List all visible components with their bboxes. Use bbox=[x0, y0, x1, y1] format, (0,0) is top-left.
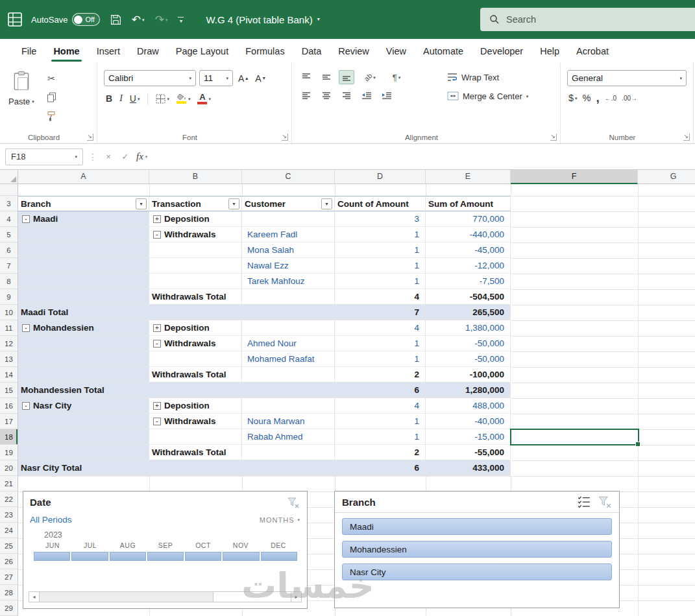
pivot-cell-C9[interactable] bbox=[242, 289, 335, 305]
ribbon-tab-insert[interactable]: Insert bbox=[88, 39, 128, 63]
pivot-cell-E17[interactable]: -40,000 bbox=[426, 414, 511, 429]
pivot-cell-B10[interactable] bbox=[149, 305, 242, 320]
pivot-cell-E19[interactable]: -55,000 bbox=[426, 445, 511, 460]
ribbon-tab-file[interactable]: File bbox=[13, 39, 45, 63]
decrease-font-size-button[interactable]: A▾ bbox=[253, 71, 267, 86]
pivot-cell-D5[interactable]: 1 bbox=[335, 227, 426, 243]
slicer-clear-filter-icon[interactable] bbox=[598, 495, 612, 509]
row-header-20[interactable]: 20 bbox=[0, 460, 18, 476]
row-header-10[interactable]: 10 bbox=[0, 305, 18, 320]
row-header-4[interactable]: 4 bbox=[0, 211, 18, 227]
column-header-D[interactable]: D bbox=[335, 170, 426, 184]
scroll-right-arrow-icon[interactable]: ▸ bbox=[291, 592, 301, 602]
selected-cell-F18[interactable] bbox=[510, 429, 639, 445]
expand-icon[interactable]: + bbox=[153, 324, 161, 332]
filter-dropdown-icon[interactable]: ▾ bbox=[321, 198, 332, 209]
font-color-button[interactable]: A▾ bbox=[195, 91, 213, 106]
pivot-cell-A15[interactable]: Mohandessien Total bbox=[18, 383, 149, 398]
row-header-27[interactable]: 27 bbox=[0, 569, 18, 585]
pivot-cell-E7[interactable]: -12,000 bbox=[426, 258, 511, 274]
row-header-29[interactable]: 29 bbox=[0, 600, 18, 616]
row-header-9[interactable]: 9 bbox=[0, 289, 18, 305]
pivot-cell-B16[interactable]: +Deposition bbox=[149, 398, 242, 414]
pivot-cell-B13[interactable] bbox=[149, 351, 242, 367]
insert-function-button[interactable]: fx▾ bbox=[136, 151, 147, 162]
pivot-cell-D17[interactable]: 1 bbox=[335, 414, 426, 429]
pivot-cell-A10[interactable]: Maadi Total bbox=[18, 305, 149, 320]
undo-dropdown-icon[interactable]: ▾ bbox=[142, 18, 145, 22]
pivot-cell-A20[interactable]: Nasr City Total bbox=[18, 460, 149, 476]
timeline-level-select[interactable]: MONTHS▾ bbox=[260, 516, 300, 524]
pivot-cell-E10[interactable]: 265,500 bbox=[426, 305, 511, 320]
timeline-bar-aug[interactable] bbox=[110, 552, 146, 561]
filter-dropdown-icon[interactable]: ▾ bbox=[228, 198, 239, 209]
autosave-toggle[interactable]: AutoSave Off bbox=[31, 13, 100, 26]
collapse-icon[interactable]: - bbox=[22, 324, 30, 332]
orientation-button[interactable]: ab▾ bbox=[359, 70, 381, 84]
scroll-left-arrow-icon[interactable]: ◂ bbox=[29, 592, 40, 602]
row-header-19[interactable]: 19 bbox=[0, 445, 18, 460]
underline-button[interactable]: U▾ bbox=[128, 91, 142, 106]
pivot-cell-C20[interactable] bbox=[242, 460, 335, 476]
redo-button[interactable]: ↷▾ bbox=[155, 14, 168, 25]
align-left-button[interactable] bbox=[299, 89, 314, 103]
format-painter-button[interactable] bbox=[42, 110, 61, 123]
pivot-cell-C8[interactable]: Tarek Mahfouz bbox=[242, 274, 335, 289]
increase-font-size-button[interactable]: A▴ bbox=[236, 71, 250, 86]
ribbon-tab-data[interactable]: Data bbox=[293, 39, 330, 63]
pivot-cell-B20[interactable] bbox=[149, 460, 242, 476]
row-header-14[interactable]: 14 bbox=[0, 367, 18, 383]
comma-style-button[interactable]: , bbox=[596, 95, 600, 101]
collapse-icon[interactable]: - bbox=[153, 340, 161, 348]
ribbon-tab-draw[interactable]: Draw bbox=[128, 39, 167, 63]
row-header-22[interactable]: 22 bbox=[0, 492, 18, 507]
collapse-icon[interactable]: - bbox=[153, 418, 161, 425]
filter-dropdown-icon[interactable]: ▾ bbox=[136, 198, 147, 209]
timeline-clear-filter-icon[interactable] bbox=[287, 496, 301, 510]
pivot-cell-D9[interactable]: 4 bbox=[335, 289, 426, 305]
pivot-cell-A12[interactable] bbox=[18, 336, 149, 351]
ribbon-tab-developer[interactable]: Developer bbox=[472, 39, 531, 63]
increase-indent-button[interactable] bbox=[379, 89, 395, 103]
pivot-cell-D14[interactable]: 2 bbox=[335, 367, 426, 383]
row-header-18[interactable]: 18 bbox=[0, 429, 18, 445]
slicer-item-maadi[interactable]: Maadi bbox=[342, 518, 612, 535]
pivot-cell-B9[interactable]: Withdrawals Total bbox=[149, 289, 242, 305]
pivot-cell-B12[interactable]: -Withdrawals bbox=[149, 336, 242, 351]
timeline-month-oct[interactable]: OCT bbox=[184, 541, 222, 549]
borders-button[interactable]: ▾ bbox=[154, 91, 171, 106]
pivot-cell-A7[interactable] bbox=[18, 258, 149, 274]
slicer-multiselect-icon[interactable] bbox=[577, 495, 591, 509]
row-header-7[interactable]: 7 bbox=[0, 258, 18, 274]
font-name-select[interactable]: Calibri▾ bbox=[104, 70, 196, 86]
bottom-align-button[interactable] bbox=[339, 70, 354, 84]
pivot-cell-A4[interactable]: -Maadi bbox=[18, 211, 149, 227]
merge-center-button[interactable]: Merge & Center ▾ bbox=[447, 91, 528, 101]
pivot-cell-D18[interactable]: 1 bbox=[335, 429, 426, 445]
undo-button[interactable]: ↶▾ bbox=[132, 14, 145, 25]
timeline-bar-oct[interactable] bbox=[185, 552, 221, 561]
ribbon-tab-home[interactable]: Home bbox=[45, 39, 88, 63]
row-header-6[interactable]: 6 bbox=[0, 243, 18, 258]
pivot-cell-C7[interactable]: Nawal Ezz bbox=[242, 258, 335, 274]
cancel-icon[interactable]: × bbox=[103, 152, 114, 161]
pivot-cell-B4[interactable]: +Deposition bbox=[149, 211, 242, 227]
number-dialog-launcher[interactable]: ↘ bbox=[683, 134, 690, 141]
ribbon-tab-automate[interactable]: Automate bbox=[415, 39, 472, 63]
timeline-scrollbar[interactable]: ◂ ▸ bbox=[29, 591, 302, 602]
pivot-header-sum-of-amount[interactable]: Sum of Amount bbox=[426, 196, 511, 211]
pivot-cell-D10[interactable]: 7 bbox=[335, 305, 426, 320]
pivot-cell-A5[interactable] bbox=[18, 227, 149, 243]
pivot-cell-A8[interactable] bbox=[18, 274, 149, 289]
pivot-cell-E12[interactable]: -50,000 bbox=[426, 336, 511, 351]
middle-align-button[interactable] bbox=[319, 70, 334, 84]
pivot-cell-D13[interactable]: 1 bbox=[335, 351, 426, 367]
pivot-cell-C11[interactable] bbox=[242, 320, 335, 336]
row-header-12[interactable]: 12 bbox=[0, 336, 18, 351]
decrease-decimal-button[interactable]: .00→ bbox=[622, 95, 637, 102]
column-header-C[interactable]: C bbox=[242, 170, 335, 184]
text-direction-button[interactable]: ¶▾ bbox=[385, 70, 408, 84]
row-header-28[interactable]: 28 bbox=[0, 585, 18, 600]
expand-icon[interactable]: + bbox=[153, 215, 161, 223]
pivot-cell-A18[interactable] bbox=[18, 429, 149, 445]
